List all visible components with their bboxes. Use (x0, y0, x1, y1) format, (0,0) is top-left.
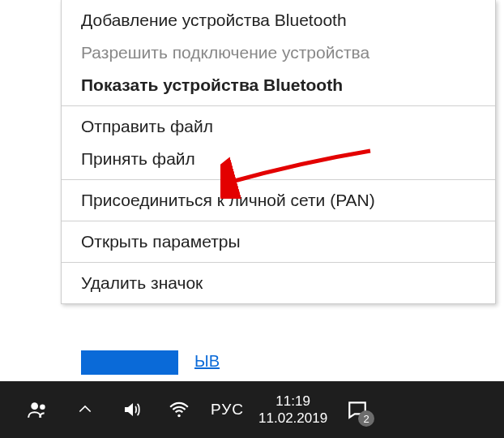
svg-point-3 (177, 414, 180, 417)
link-text-fragment: ЫВ (194, 352, 220, 371)
clock-time: 11:19 (275, 393, 310, 410)
menu-receive-file[interactable]: Принять файл (62, 143, 495, 175)
menu-group-files: Отправить файл Принять файл (62, 106, 495, 180)
people-icon[interactable] (19, 391, 57, 428)
svg-point-1 (31, 402, 38, 410)
action-center-icon[interactable]: 2 (339, 391, 376, 428)
menu-group-devices: Добавление устройства Bluetooth Разрешит… (62, 0, 495, 106)
language-indicator[interactable]: РУС (211, 401, 244, 419)
menu-open-settings[interactable]: Открыть параметры (62, 225, 495, 258)
svg-point-2 (40, 405, 45, 410)
wifi-icon[interactable] (160, 391, 198, 428)
menu-group-pan: Присоединиться к личной сети (PAN) (62, 180, 495, 221)
background-fragment: ЫВ (0, 350, 504, 381)
menu-show-bluetooth-devices[interactable]: Показать устройства Bluetooth (62, 69, 495, 101)
menu-allow-device-connection: Разрешить подключение устройства (62, 36, 495, 69)
menu-join-pan[interactable]: Присоединиться к личной сети (PAN) (62, 184, 495, 217)
menu-group-settings: Открыть параметры (62, 221, 495, 263)
volume-icon[interactable] (113, 391, 151, 428)
menu-remove-icon[interactable]: Удалить значок (62, 267, 495, 299)
taskbar: РУС 11:19 11.02.2019 2 (0, 381, 504, 438)
clock-date: 11.02.2019 (258, 410, 327, 427)
tray-chevron-up-icon[interactable] (66, 391, 104, 428)
notification-badge: 2 (358, 410, 374, 427)
menu-group-remove: Удалить значок (62, 263, 495, 303)
clock[interactable]: 11:19 11.02.2019 (258, 393, 327, 427)
menu-send-file[interactable]: Отправить файл (62, 110, 495, 143)
bluetooth-context-menu: Добавление устройства Bluetooth Разрешит… (61, 0, 496, 304)
selected-taskbar-fragment (81, 350, 178, 375)
menu-add-bluetooth-device[interactable]: Добавление устройства Bluetooth (62, 4, 495, 36)
